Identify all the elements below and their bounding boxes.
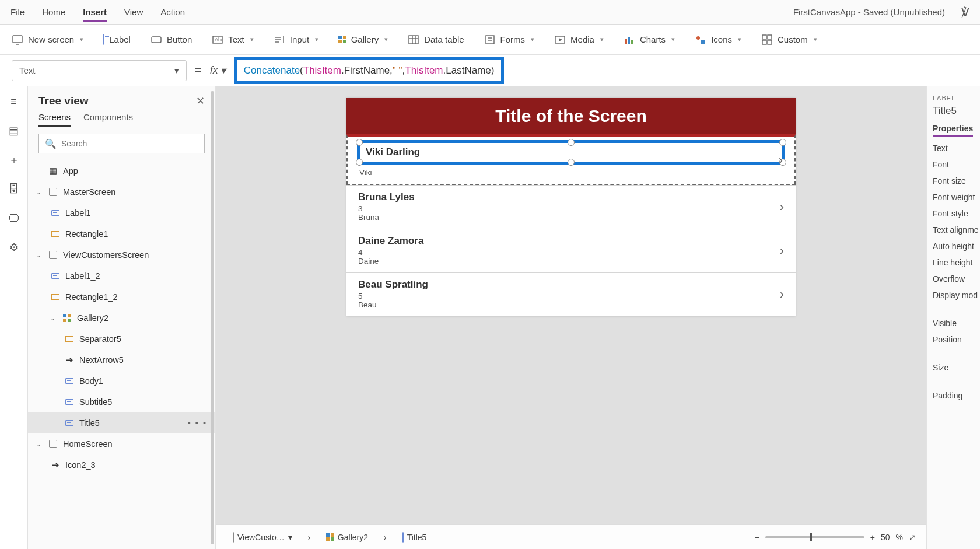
button-icon	[150, 34, 162, 46]
resize-handle[interactable]	[356, 139, 363, 146]
zoom-slider[interactable]	[765, 536, 864, 538]
tree-search[interactable]: 🔍	[38, 134, 205, 153]
prop-row[interactable]: Text alignme	[933, 225, 974, 235]
screen-preview[interactable]: Title of the Screen Viki Darling Viki ›	[346, 98, 796, 316]
prop-row[interactable]: Overflow	[933, 274, 974, 284]
breadcrumb-screen[interactable]: ViewCusto…▾	[226, 530, 299, 545]
next-arrow-icon[interactable]: ›	[779, 153, 783, 168]
prop-row[interactable]: Visible	[933, 319, 974, 328]
rail-insert-icon[interactable]: ＋	[7, 153, 21, 167]
tree-node-nextarrow5[interactable]: ➔NextArrow5	[28, 349, 215, 370]
insert-label-button[interactable]: Label	[103, 34, 131, 44]
chevron-down-icon: ▾	[174, 65, 179, 76]
canvas-footer: ViewCusto…▾ › Gallery2 › Title5 − + 50 %…	[216, 524, 926, 549]
zoom-out-button[interactable]: −	[755, 533, 760, 542]
tree-node-subtitle5[interactable]: Subtitle5	[28, 391, 215, 412]
fullscreen-icon[interactable]: ⤢	[909, 533, 916, 542]
prop-row[interactable]: Display mod	[933, 291, 974, 300]
tree-node-homescreen[interactable]: ⌄HomeScreen	[28, 433, 215, 454]
tree-node-body1[interactable]: Body1	[28, 370, 215, 391]
more-icon[interactable]: • • •	[188, 418, 207, 428]
prop-row[interactable]: Line height	[933, 258, 974, 267]
property-selector[interactable]: Text▾	[12, 60, 187, 81]
tree-node-label1[interactable]: Label1	[28, 202, 215, 223]
gallery-title: Bruna Lyles	[358, 191, 784, 203]
insert-charts-button[interactable]: Charts▾	[624, 34, 675, 46]
gallery-body: Daine	[358, 257, 784, 265]
insert-media-button[interactable]: Media▾	[554, 34, 604, 46]
prop-row[interactable]: Size	[933, 363, 974, 372]
insert-text-button[interactable]: Abc Text▾	[212, 34, 254, 46]
insert-gallery-button[interactable]: Gallery▾	[338, 34, 388, 44]
tree-node-rectangle1-2[interactable]: Rectangle1_2	[28, 286, 215, 307]
prop-row[interactable]: Text	[933, 144, 974, 153]
breadcrumb-title5[interactable]: Title5	[396, 530, 433, 545]
selected-title-label[interactable]: Viki Darling	[357, 140, 785, 165]
insert-input-button[interactable]: Input▾	[274, 34, 318, 46]
tree-node-gallery2[interactable]: ⌄Gallery2	[28, 307, 215, 328]
tree-node-rectangle1[interactable]: Rectangle1	[28, 223, 215, 244]
insert-custom-button[interactable]: Custom▾	[761, 34, 817, 46]
formula-input[interactable]: Concatenate(ThisItem.FirstName, " ", Thi…	[234, 57, 505, 84]
gallery-item-0[interactable]: Viki Darling Viki ›	[346, 134, 796, 185]
menu-action[interactable]: Action	[160, 7, 185, 17]
menu-file[interactable]: File	[10, 7, 24, 17]
prop-row[interactable]: Font style	[933, 209, 974, 218]
menu-view[interactable]: View	[124, 7, 143, 17]
tree-node-masterscreen[interactable]: ⌄MasterScreen	[28, 181, 215, 202]
svg-rect-9	[409, 36, 418, 44]
gallery-body: Bruna	[358, 213, 784, 222]
search-icon: 🔍	[45, 138, 57, 149]
insert-datatable-button[interactable]: Data table	[408, 34, 464, 46]
svg-rect-18	[625, 39, 627, 44]
svg-rect-26	[768, 40, 772, 44]
tree-node-separator5[interactable]: Separator5	[28, 328, 215, 349]
tab-screens[interactable]: Screens	[38, 112, 71, 127]
insert-icons-button[interactable]: Icons▾	[695, 34, 741, 46]
tree-scrollbar[interactable]	[211, 91, 214, 544]
tab-properties[interactable]: Properties	[933, 124, 973, 137]
tree-node-title5[interactable]: Title5 • • •	[28, 412, 215, 433]
breadcrumb-gallery[interactable]: Gallery2	[320, 530, 374, 545]
resize-handle[interactable]	[568, 159, 575, 166]
media-icon	[554, 34, 566, 46]
menu-insert[interactable]: Insert	[83, 7, 107, 22]
tree-node-app[interactable]: ▦App	[28, 160, 215, 181]
charts-icon	[624, 34, 635, 46]
close-icon[interactable]: ✕	[196, 95, 205, 107]
gallery-title: Beau Spratling	[358, 279, 784, 291]
zoom-in-button[interactable]: +	[870, 533, 875, 542]
insert-button-button[interactable]: Button	[150, 34, 192, 46]
prop-row[interactable]: Font weight	[933, 193, 974, 202]
rail-tree-icon[interactable]: ▤	[7, 124, 21, 138]
tree-search-input[interactable]	[61, 139, 198, 148]
resize-handle[interactable]	[568, 139, 575, 146]
prop-row[interactable]: Font	[933, 160, 974, 169]
svg-rect-24	[768, 35, 772, 39]
tab-components[interactable]: Components	[83, 112, 133, 127]
fx-icon[interactable]: fx▾	[210, 64, 226, 77]
prop-row[interactable]: Font size	[933, 176, 974, 186]
tree-node-viewcustomers[interactable]: ⌄ViewCustomersScreen	[28, 244, 215, 265]
resize-handle[interactable]	[779, 139, 786, 146]
prop-row[interactable]: Position	[933, 335, 974, 344]
new-screen-button[interactable]: New screen▾	[12, 34, 83, 46]
next-arrow-icon[interactable]: ›	[780, 243, 784, 258]
gallery-item-3[interactable]: Beau Spratling 5 Beau ›	[346, 272, 796, 316]
tree-node-icon2-3[interactable]: ➔Icon2_3	[28, 454, 215, 475]
next-arrow-icon[interactable]: ›	[780, 200, 784, 215]
prop-row[interactable]: Padding	[933, 391, 974, 400]
rail-advanced-icon[interactable]: ⚙	[7, 240, 21, 254]
gallery-item-1[interactable]: Bruna Lyles 3 Bruna ›	[346, 185, 796, 229]
rail-media-icon[interactable]: 🖵	[7, 211, 21, 225]
prop-row[interactable]: Auto height	[933, 242, 974, 251]
tree-node-label1-2[interactable]: Label1_2	[28, 265, 215, 286]
insert-forms-button[interactable]: Forms▾	[484, 34, 535, 46]
menu-home[interactable]: Home	[42, 7, 65, 17]
gallery-item-2[interactable]: Daine Zamora 4 Daine ›	[346, 229, 796, 272]
resize-handle[interactable]	[356, 159, 363, 166]
rail-data-icon[interactable]: 🗄	[7, 182, 21, 196]
next-arrow-icon[interactable]: ›	[780, 287, 784, 302]
rail-hamburger-icon[interactable]: ≡	[7, 95, 21, 109]
app-checker-icon[interactable]: ℣	[961, 5, 970, 19]
